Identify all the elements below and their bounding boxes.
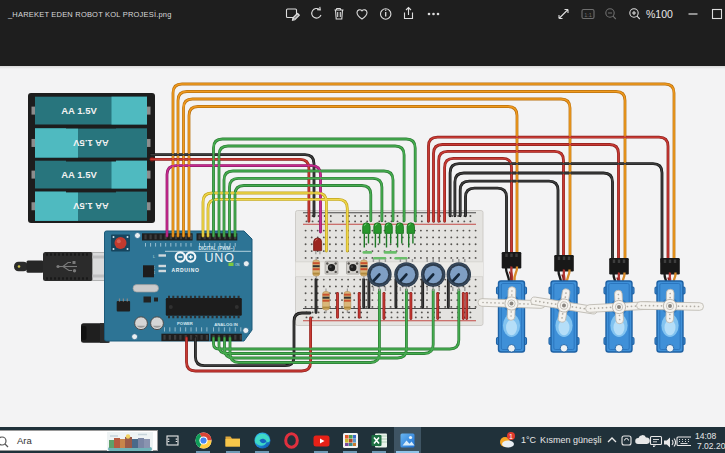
svg-text:AA 1.5V: AA 1.5V — [73, 138, 109, 149]
svg-text:POWER: POWER — [177, 321, 193, 326]
svg-text:ANALOG IN: ANALOG IN — [214, 322, 238, 327]
svg-text:L: L — [153, 255, 155, 259]
svg-text:AA 1.5V: AA 1.5V — [61, 169, 97, 180]
svg-text:1: 1 — [509, 433, 513, 440]
svg-text:1:1: 1:1 — [584, 12, 592, 18]
svg-text:UNO: UNO — [205, 251, 235, 265]
svg-text:ON: ON — [235, 263, 240, 267]
svg-text:%100: %100 — [646, 8, 673, 20]
svg-text:AA 1.5V: AA 1.5V — [73, 201, 109, 212]
svg-text:AA 1.5V: AA 1.5V — [61, 105, 97, 116]
svg-text:ARDUINO: ARDUINO — [171, 267, 199, 273]
